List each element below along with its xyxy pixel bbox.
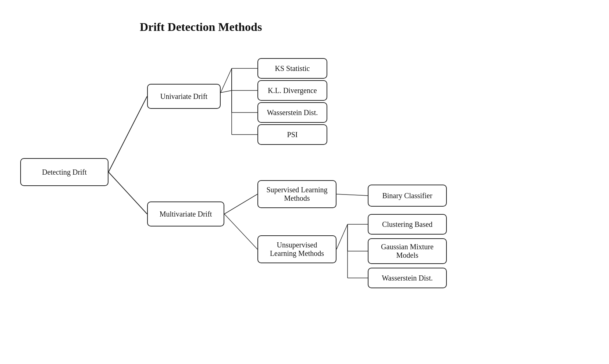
wasserstein-dist-2-node: Wasserstein Dist. xyxy=(368,268,447,288)
detecting-drift-node: Detecting Drift xyxy=(20,158,108,186)
svg-line-21 xyxy=(336,224,348,249)
psi-node: PSI xyxy=(257,124,327,145)
binary-classifier-node: Binary Classifier xyxy=(368,185,447,207)
diagram-container: Drift Detection Methods xyxy=(0,0,609,364)
multivariate-drift-node: Multivariate Drift xyxy=(147,201,224,226)
svg-line-15 xyxy=(224,194,257,214)
kl-divergence-node: K.L. Divergence xyxy=(257,80,327,101)
univariate-drift-node: Univariate Drift xyxy=(147,84,221,109)
clustering-based-node: Clustering Based xyxy=(368,214,447,235)
svg-line-2 xyxy=(221,68,232,93)
gaussian-mixture-node: Gaussian Mixture Models xyxy=(368,238,447,264)
supervised-learning-node: Supervised Learning Methods xyxy=(257,180,336,208)
wasserstein-dist-1-node: Wasserstein Dist. xyxy=(257,102,327,123)
diagram-title: Drift Detection Methods xyxy=(140,20,262,34)
svg-line-0 xyxy=(108,96,147,172)
svg-line-5 xyxy=(221,90,232,93)
unsupervised-learning-node: Unsupervised Learning Methods xyxy=(257,235,336,263)
svg-line-1 xyxy=(108,172,147,214)
svg-line-19 xyxy=(336,194,368,196)
svg-line-17 xyxy=(224,214,257,249)
ks-statistic-node: KS Statistic xyxy=(257,58,327,79)
